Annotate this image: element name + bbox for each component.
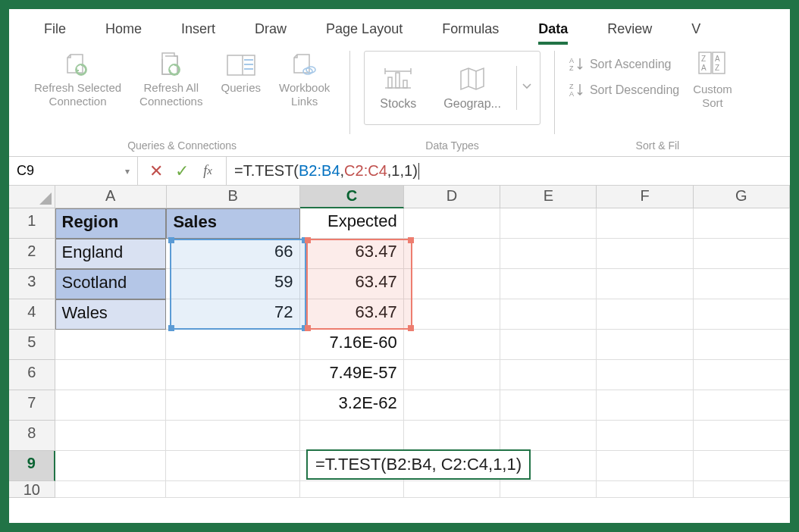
cell-G3[interactable]	[694, 269, 790, 299]
row-header-5[interactable]: 5	[9, 330, 55, 360]
cell-F2[interactable]	[597, 239, 693, 269]
cell-D6[interactable]	[404, 360, 500, 390]
cell-B6[interactable]	[166, 360, 299, 390]
row-header-9[interactable]: 9	[9, 451, 55, 481]
accept-icon[interactable]: ✓	[174, 164, 190, 179]
cell-E6[interactable]	[500, 360, 597, 390]
tab-insert[interactable]: Insert	[161, 15, 235, 43]
spreadsheet-grid[interactable]: A B C D E F G 1 Region Sales Expected 2	[9, 186, 790, 498]
cell-E1[interactable]	[500, 208, 597, 239]
cell-E4[interactable]	[500, 299, 597, 330]
cell-F3[interactable]	[597, 269, 693, 299]
row-header-4[interactable]: 4	[9, 299, 55, 330]
cell-D8[interactable]	[404, 421, 500, 451]
cell-F7[interactable]	[597, 390, 693, 421]
geography-button[interactable]: Geograp...	[431, 62, 513, 114]
tab-draw[interactable]: Draw	[235, 15, 306, 43]
cell-B3[interactable]: 59	[166, 269, 299, 299]
cell-F6[interactable]	[597, 360, 693, 390]
cell-E10[interactable]	[500, 481, 597, 498]
tab-page-layout[interactable]: Page Layout	[306, 15, 422, 43]
cell-C6[interactable]: 7.49E-57	[300, 360, 404, 390]
cell-C3[interactable]: 63.47	[300, 269, 404, 299]
cell-C4[interactable]: 63.47	[300, 299, 404, 330]
cell-F8[interactable]	[597, 421, 693, 451]
tab-review[interactable]: Review	[588, 15, 672, 43]
cell-F4[interactable]	[597, 299, 693, 330]
cell-A9[interactable]	[55, 451, 167, 481]
cell-A6[interactable]	[55, 360, 167, 390]
row-header-2[interactable]: 2	[9, 239, 55, 269]
cell-G6[interactable]	[694, 360, 790, 390]
cell-D2[interactable]	[404, 239, 500, 269]
data-types-expand[interactable]	[516, 66, 537, 110]
cell-A2[interactable]: England	[55, 239, 167, 269]
name-box[interactable]: ▾	[9, 157, 138, 185]
formula-input[interactable]: =T.TEST(B2:B4, C2:C4,1,1)	[227, 157, 790, 185]
cell-B8[interactable]	[166, 421, 299, 451]
cell-C2[interactable]: 63.47	[300, 239, 404, 269]
cell-C8[interactable]	[300, 421, 404, 451]
cell-B5[interactable]	[166, 330, 299, 360]
sort-ascending-button[interactable]: AZ Sort Ascending	[569, 57, 679, 72]
cell-E3[interactable]	[500, 269, 597, 299]
col-header-D[interactable]: D	[404, 186, 500, 208]
cell-A4[interactable]: Wales	[55, 299, 167, 330]
cancel-icon[interactable]: ✕	[149, 164, 164, 179]
custom-sort-button[interactable]: ZAAZ CustomSort	[688, 51, 737, 110]
select-all-corner[interactable]	[9, 186, 55, 208]
col-header-G[interactable]: G	[694, 186, 790, 208]
cell-G5[interactable]	[694, 330, 790, 360]
cell-G4[interactable]	[694, 299, 790, 330]
cell-A1[interactable]: Region	[55, 208, 167, 239]
cell-E7[interactable]	[500, 390, 597, 421]
col-header-E[interactable]: E	[500, 186, 597, 208]
name-box-input[interactable]	[17, 163, 92, 179]
cell-D7[interactable]	[404, 390, 500, 421]
cell-A3[interactable]: Scotland	[55, 269, 167, 299]
cell-C5[interactable]: 7.16E-60	[300, 330, 404, 360]
sort-descending-button[interactable]: ZA Sort Descending	[569, 83, 679, 98]
cell-C10[interactable]	[300, 481, 404, 498]
cell-A5[interactable]	[55, 330, 167, 360]
cell-E2[interactable]	[500, 239, 597, 269]
row-header-8[interactable]: 8	[9, 421, 55, 451]
cell-C7[interactable]: 3.2E-62	[300, 390, 404, 421]
row-header-6[interactable]: 6	[9, 360, 55, 390]
cell-B10[interactable]	[166, 481, 299, 498]
cell-G10[interactable]	[694, 481, 790, 498]
cell-B1[interactable]: Sales	[166, 208, 299, 239]
cell-B9[interactable]	[166, 451, 299, 481]
cell-F1[interactable]	[597, 208, 693, 239]
tab-file[interactable]: File	[24, 15, 86, 43]
tab-home[interactable]: Home	[86, 15, 161, 43]
cell-G9[interactable]	[694, 451, 790, 481]
row-header-7[interactable]: 7	[9, 390, 55, 421]
queries-button[interactable]: Queries	[215, 51, 267, 95]
col-header-C[interactable]: C	[300, 186, 404, 208]
tab-data[interactable]: Data	[519, 15, 588, 43]
cell-A8[interactable]	[55, 421, 167, 451]
cell-B4[interactable]: 72	[166, 299, 299, 330]
cell-D4[interactable]	[404, 299, 500, 330]
cell-D3[interactable]	[404, 269, 500, 299]
fx-icon[interactable]: fx	[200, 164, 215, 179]
refresh-all-button[interactable]: Refresh AllConnections	[133, 51, 208, 108]
cell-B2[interactable]: 66	[166, 239, 299, 269]
col-header-B[interactable]: B	[167, 186, 300, 208]
name-box-dropdown-icon[interactable]: ▾	[125, 166, 130, 177]
cell-E5[interactable]	[500, 330, 597, 360]
col-header-F[interactable]: F	[597, 186, 693, 208]
row-header-1[interactable]: 1	[9, 208, 55, 239]
cell-D1[interactable]	[404, 208, 500, 239]
cell-A10[interactable]	[55, 481, 167, 498]
col-header-A[interactable]: A	[55, 186, 167, 208]
cell-F10[interactable]	[597, 481, 693, 498]
stocks-button[interactable]: Stocks	[368, 62, 428, 114]
cell-D10[interactable]	[404, 481, 500, 498]
cell-B7[interactable]	[166, 390, 299, 421]
cell-G7[interactable]	[694, 390, 790, 421]
workbook-links-button[interactable]: WorkbookLinks	[273, 51, 336, 108]
in-cell-formula-editor[interactable]: =T.TEST(B2:B4, C2:C4,1,1)	[306, 449, 531, 480]
cell-G1[interactable]	[694, 208, 790, 239]
